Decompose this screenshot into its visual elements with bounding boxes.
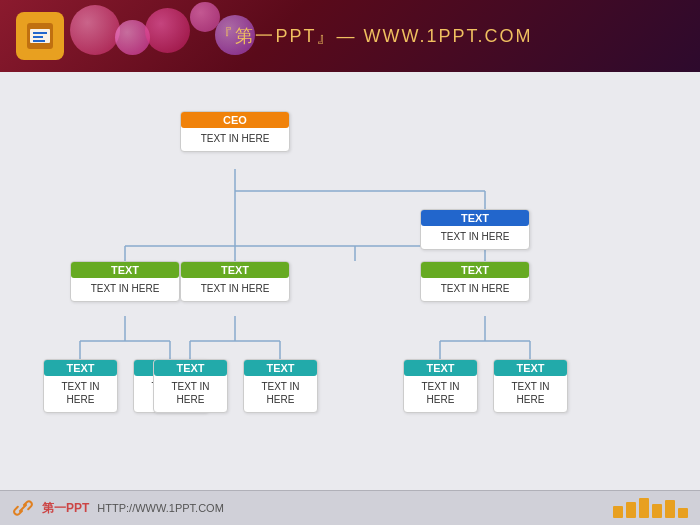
l3-node-3: TEXT TEXT INHERE (243, 359, 318, 413)
l2-badge-1: TEXT (181, 262, 289, 278)
footer-url: HTTP://WWW.1PPT.COM (97, 502, 224, 514)
l3-text-4: TEXT INHERE (421, 380, 459, 406)
bar-6 (678, 508, 688, 518)
l3-text-0: TEXT INHERE (61, 380, 99, 406)
bar-4 (652, 504, 662, 518)
l2-badge-2: TEXT (421, 262, 529, 278)
l1-right-badge: TEXT (421, 210, 529, 226)
l1-right-text: TEXT IN HERE (441, 230, 510, 243)
l3-text-5: TEXT INHERE (511, 380, 549, 406)
l3-node-2: TEXT TEXT INHERE (153, 359, 228, 413)
bar-1 (613, 506, 623, 518)
l3-node-4: TEXT TEXT INHERE (403, 359, 478, 413)
ceo-node: CEO TEXT IN HERE (180, 111, 290, 152)
l3-badge-0: TEXT (44, 360, 117, 376)
footer-bars (613, 498, 688, 518)
l3-text-3: TEXT INHERE (261, 380, 299, 406)
ceo-badge: CEO (181, 112, 289, 128)
bar-5 (665, 500, 675, 518)
footer: 第一PPT HTTP://WWW.1PPT.COM (0, 490, 700, 525)
l2-text-0: TEXT IN HERE (91, 282, 160, 295)
main-content: CEO TEXT IN HERE TEXT TEXT IN HERE TEXT … (0, 72, 700, 490)
l2-text-2: TEXT IN HERE (441, 282, 510, 295)
ceo-text: TEXT IN HERE (201, 132, 270, 145)
header-title: 『第一PPT』— WWW.1PPT.COM (64, 24, 684, 48)
l3-badge-3: TEXT (244, 360, 317, 376)
l3-node-0: TEXT TEXT INHERE (43, 359, 118, 413)
l3-text-2: TEXT INHERE (171, 380, 209, 406)
bar-2 (626, 502, 636, 518)
l3-badge-4: TEXT (404, 360, 477, 376)
bar-3 (639, 498, 649, 518)
l2-node-2: TEXT TEXT IN HERE (420, 261, 530, 302)
logo (16, 12, 64, 60)
svg-line-27 (20, 505, 26, 511)
footer-brand: 第一PPT (42, 500, 89, 517)
l3-node-5: TEXT TEXT INHERE (493, 359, 568, 413)
l3-badge-5: TEXT (494, 360, 567, 376)
header: 『第一PPT』— WWW.1PPT.COM (0, 0, 700, 72)
l2-node-1: TEXT TEXT IN HERE (180, 261, 290, 302)
l2-text-1: TEXT IN HERE (201, 282, 270, 295)
l1-right-node: TEXT TEXT IN HERE (420, 209, 530, 250)
svg-rect-3 (33, 36, 43, 38)
l2-badge-0: TEXT (71, 262, 179, 278)
org-chart: CEO TEXT IN HERE TEXT TEXT IN HERE TEXT … (25, 101, 675, 461)
link-icon (12, 497, 34, 519)
l2-node-0: TEXT TEXT IN HERE (70, 261, 180, 302)
l3-badge-2: TEXT (154, 360, 227, 376)
svg-rect-4 (33, 40, 45, 42)
svg-rect-2 (33, 32, 47, 34)
footer-left: 第一PPT HTTP://WWW.1PPT.COM (12, 497, 224, 519)
